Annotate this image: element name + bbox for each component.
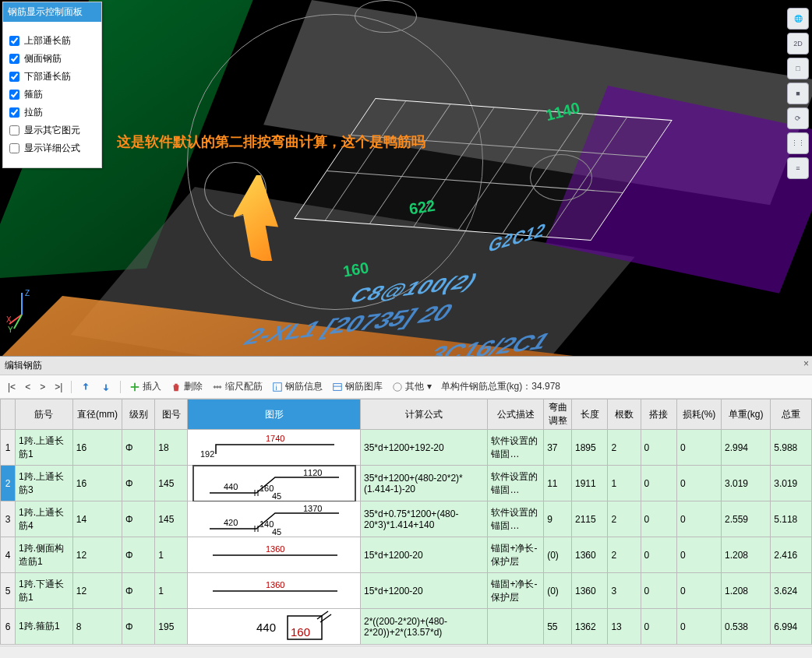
cell[interactable]: 0: [677, 573, 722, 609]
cell[interactable]: 0: [677, 466, 722, 501]
checkbox[interactable]: [9, 36, 19, 46]
cube-solid-icon[interactable]: ■: [787, 83, 809, 104]
cell[interactable]: 1跨.上通长筋4: [15, 501, 72, 537]
nav-first[interactable]: |<: [5, 380, 19, 394]
cell[interactable]: 软件设置的锚固…: [488, 430, 544, 466]
table-row[interactable]: 21跨.上通长筋316Φ14544016045112035*d+1200+(48…: [1, 466, 812, 501]
close-icon[interactable]: ×: [803, 358, 809, 369]
cell[interactable]: 0: [641, 573, 676, 609]
cell[interactable]: 1911: [572, 466, 608, 501]
checkbox[interactable]: [9, 125, 19, 135]
col-header[interactable]: 损耗(%): [677, 399, 722, 430]
cell[interactable]: 1.208: [721, 573, 770, 609]
check-4[interactable]: 拉筋: [9, 106, 95, 119]
cell[interactable]: 440160: [188, 609, 360, 645]
cell[interactable]: 15*d+1200-20: [360, 537, 487, 573]
insert-button[interactable]: 插入: [126, 378, 164, 395]
cell[interactable]: 420140451370: [188, 501, 360, 537]
cell[interactable]: 55: [544, 609, 572, 645]
cell[interactable]: 0: [677, 501, 722, 537]
col-header[interactable]: 直径(mm): [72, 399, 122, 430]
col-header[interactable]: 图号: [155, 399, 188, 430]
viewport-3d[interactable]: 1140 622 160 C8@100(2) G2C12 2-XL1 [2073…: [0, 0, 812, 356]
cell[interactable]: 软件设置的锚固…: [488, 501, 544, 537]
cell[interactable]: 6.994: [771, 609, 812, 645]
cell[interactable]: 4: [1, 537, 16, 573]
cell[interactable]: 14: [72, 501, 122, 537]
table-row[interactable]: 61跨.箍筋18Φ1954401602*((200-2*20)+(480-2*2…: [1, 609, 812, 645]
cell[interactable]: 13: [608, 609, 641, 645]
cell[interactable]: 16: [72, 430, 122, 466]
table-row[interactable]: 51跨.下通长筋112Φ1136015*d+1200-20锚固+净长-保护层(0…: [1, 573, 812, 609]
check-1[interactable]: 侧面钢筋: [9, 52, 95, 65]
cell[interactable]: 12: [72, 573, 122, 609]
check-6[interactable]: 显示详细公式: [9, 142, 95, 155]
cell[interactable]: 1跨.箍筋1: [15, 609, 72, 645]
orbit-icon[interactable]: 🌐: [787, 8, 809, 30]
cell[interactable]: 37: [544, 430, 572, 466]
cell[interactable]: 0: [677, 609, 722, 645]
cell[interactable]: 0: [641, 537, 676, 573]
cell[interactable]: 1360: [188, 537, 360, 573]
info-button[interactable]: i钢筋信息: [269, 378, 326, 395]
cell[interactable]: 145: [155, 466, 188, 501]
nav-prev[interactable]: <: [22, 380, 34, 394]
cube-wire-icon[interactable]: □: [787, 58, 809, 79]
cell[interactable]: 0: [641, 430, 676, 466]
delete-button[interactable]: 删除: [168, 378, 206, 395]
checkbox[interactable]: [9, 54, 19, 64]
col-header[interactable]: 根数: [608, 399, 641, 430]
cell[interactable]: 195: [155, 609, 188, 645]
cell[interactable]: 5.118: [771, 501, 812, 537]
col-header[interactable]: 图形: [188, 399, 360, 430]
cell[interactable]: 锚固+净长-保护层: [488, 537, 544, 573]
cell[interactable]: 5.988: [771, 430, 812, 466]
check-0[interactable]: 上部通长筋: [9, 34, 95, 48]
cell[interactable]: 18: [155, 430, 188, 466]
tool-a-icon[interactable]: ⋮⋮: [787, 132, 809, 154]
cell[interactable]: 2: [608, 430, 641, 466]
cell[interactable]: (0): [544, 573, 572, 609]
table-row[interactable]: 11跨.上通长筋116Φ18192174035*d+1200+192-20软件设…: [1, 430, 812, 466]
col-header[interactable]: 单重(kg): [721, 399, 770, 430]
table-row[interactable]: 31跨.上通长筋414Φ14542014045137035*d+0.75*120…: [1, 501, 812, 537]
cell[interactable]: 3.019: [771, 466, 812, 501]
col-header[interactable]: 级别: [122, 399, 155, 430]
cell[interactable]: 软件设置的锚固…: [488, 466, 544, 501]
cell[interactable]: 1360: [572, 537, 608, 573]
cell[interactable]: Φ: [122, 573, 155, 609]
cell[interactable]: 1跨.侧面构造筋1: [15, 537, 72, 573]
rotate-icon[interactable]: ⟳: [787, 107, 809, 129]
tool-b-icon[interactable]: ≡: [787, 157, 809, 179]
cell[interactable]: Φ: [122, 537, 155, 573]
rebar-grid[interactable]: 筋号直径(mm)级别图号图形计算公式公式描述弯曲调整长度根数搭接损耗(%)单重(…: [0, 399, 812, 646]
other-dropdown[interactable]: 其他 ▾: [389, 378, 434, 395]
cell[interactable]: Φ: [122, 609, 155, 645]
library-button[interactable]: 钢筋图库: [329, 378, 386, 395]
check-2[interactable]: 下部通长筋: [9, 70, 95, 83]
col-header[interactable]: 长度: [572, 399, 608, 430]
cell[interactable]: 2: [608, 501, 641, 537]
cell[interactable]: 12: [72, 537, 122, 573]
cell[interactable]: 16: [72, 466, 122, 501]
cell[interactable]: 2.994: [721, 430, 770, 466]
col-header[interactable]: 筋号: [15, 399, 72, 430]
cell[interactable]: 1: [1, 430, 16, 466]
table-row[interactable]: 41跨.侧面构造筋112Φ1136015*d+1200-20锚固+净长-保护层(…: [1, 537, 812, 573]
cell[interactable]: 1跨.上通长筋1: [15, 430, 72, 466]
cell[interactable]: 1跨.下通长筋1: [15, 573, 72, 609]
cell[interactable]: Φ: [122, 430, 155, 466]
cell[interactable]: (0): [544, 537, 572, 573]
cell[interactable]: 2.559: [721, 501, 770, 537]
cell[interactable]: 35*d+0.75*1200+(480-20*3)*1.414+140: [360, 501, 487, 537]
cell[interactable]: 3.624: [771, 573, 812, 609]
cell[interactable]: 3: [1, 501, 16, 537]
import-down-icon[interactable]: [97, 380, 115, 394]
cell[interactable]: 2*((200-2*20)+(480-2*20))+2*(13.57*d): [360, 609, 487, 645]
cell[interactable]: 0: [641, 609, 676, 645]
nav-last[interactable]: >|: [51, 380, 65, 394]
cell[interactable]: 9: [544, 501, 572, 537]
cell[interactable]: Φ: [122, 501, 155, 537]
cell[interactable]: 11: [544, 466, 572, 501]
cell[interactable]: [488, 609, 544, 645]
